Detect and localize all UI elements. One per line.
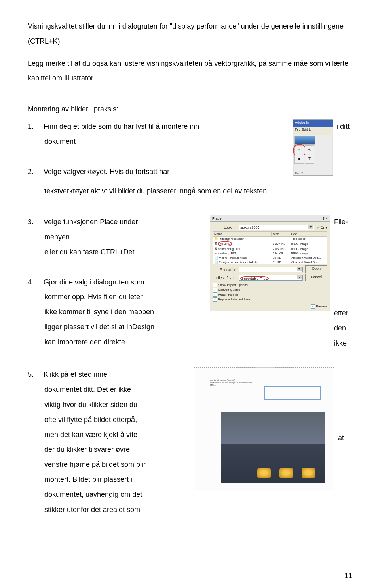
cb-replace-selected: Replace Selected Item bbox=[213, 297, 282, 302]
page-number: 11 bbox=[344, 572, 352, 580]
step-1-row: 1. Finn deg et bilde som du har lyst til… bbox=[28, 119, 352, 179]
col-name: Name bbox=[213, 232, 272, 237]
dialog-title: Place bbox=[212, 216, 222, 220]
step-4-text: Gjør dine valg i dialogruten som bbox=[44, 278, 144, 286]
file-list-table: Name Size Type 📁 indesignressurserFile F… bbox=[213, 231, 327, 264]
direct-select-icon: ↖ bbox=[305, 145, 314, 154]
filesof-label: Files of type: bbox=[213, 276, 236, 280]
step-3-4-row: 3. Velge funksjonen Place under menyen e… bbox=[28, 215, 352, 351]
step-5-l3: viktig hvor du klikker siden du bbox=[44, 397, 174, 412]
step-4-l2b: etter bbox=[334, 306, 352, 321]
step-5-l2: dokumentet ditt. Det er ikke bbox=[44, 382, 174, 397]
table-row: 📁 indesignressurserFile Folder bbox=[213, 237, 327, 241]
step-4-l4b: ikke bbox=[334, 336, 352, 351]
filename-label: File name: bbox=[213, 267, 236, 271]
step-5-l6: der du klikker tilsvarer øvre bbox=[44, 442, 174, 457]
step-1-line: 1. Finn deg et bilde som du har lyst til… bbox=[28, 119, 249, 134]
step-5-l4: ofte vil flytte på bildet etterpå, bbox=[44, 412, 174, 428]
col-size: Size bbox=[272, 232, 289, 237]
open-button: Open bbox=[305, 265, 327, 273]
nav-icons: ⇦ 🗀 ▾ bbox=[317, 225, 327, 229]
table-row: 📄 Prosjektskisse kurs infofeltet....81 K… bbox=[213, 260, 327, 264]
cb-show-import: Show Import Options bbox=[213, 283, 282, 287]
cb-convert-quotes: Convert Quotes bbox=[213, 288, 282, 292]
step-2-text: Velge valgverktøyet. Hvis du fortsatt ha… bbox=[44, 168, 169, 176]
step-5-l5b: at bbox=[338, 431, 352, 446]
step-4-line3a: ikke kommer til syne i den mappen bbox=[44, 305, 188, 320]
step-5-l8: montert. Bildet blir plassert i bbox=[44, 472, 174, 487]
cb-retain-format: Retain Format bbox=[213, 292, 282, 297]
step-4-line2a: kommer opp. Hvis filen du leter bbox=[44, 290, 188, 305]
step-3-indent-2: eller du kan taste CTRL+Det bbox=[44, 245, 188, 260]
step-2-num: 2. bbox=[28, 168, 34, 176]
toolbar-pen-hint: Pen T bbox=[293, 172, 333, 175]
step-5-num: 5. bbox=[28, 370, 34, 378]
table-row: 📄 Mal for moduler.doc36 KBMicrosoft Word… bbox=[213, 256, 327, 260]
step-4-line5: kan importere den direkte bbox=[44, 335, 188, 350]
step-5-line1: 5. Klikk på et sted inne i bbox=[28, 367, 174, 382]
step-5-l9: dokumentet, uavhengig om det bbox=[44, 487, 174, 502]
step-1-indent: dokument bbox=[44, 134, 249, 149]
toolbar-title: Adobe In bbox=[293, 120, 333, 127]
step-4-line4a: ligger plassert vil det si at InDesign bbox=[44, 320, 188, 335]
col-type: Type bbox=[289, 232, 327, 237]
section-title: Montering av bilder i praksis: bbox=[28, 102, 352, 117]
step-2-indent: tekstverktøyet aktivt vil bildet du plas… bbox=[44, 184, 352, 199]
dialog-close-icons: ? × bbox=[323, 216, 328, 220]
step-2-line: 2. Velge valgverktøyet. Hvis du fortsatt… bbox=[28, 164, 249, 179]
step-5-l7: venstre hjørne på bildet som blir bbox=[44, 457, 174, 472]
pen-tool-icon: ✒ bbox=[294, 155, 304, 164]
filesof-select: Importable Files bbox=[239, 275, 303, 281]
selection-tool-icon: ↖ bbox=[294, 145, 304, 154]
step-4-num: 4. bbox=[28, 278, 34, 286]
step-5-l10: stikker utenfor det arealet som bbox=[44, 502, 174, 517]
step-1-text-a: Finn deg et bilde som du har lyst til å … bbox=[44, 122, 199, 130]
step-5-row: 5. Klikk på et sted inne i dokumentet di… bbox=[28, 367, 352, 517]
table-row: 🖼 svaberg.JPG684 KBJPEG Image bbox=[213, 251, 327, 256]
type-tool-icon: T bbox=[305, 155, 314, 164]
note-paragraph: Legg merke til at du også kan justere vi… bbox=[28, 56, 352, 86]
lookin-select: siokurs2003 bbox=[239, 225, 314, 230]
step-3-text-c: File- bbox=[334, 215, 352, 230]
filename-input bbox=[239, 267, 303, 272]
toolbar-menubar: File Edit L bbox=[293, 127, 333, 135]
place-dialog-screenshot: Place ? × Look in: siokurs2003 ⇦ 🗀 ▾ Nam… bbox=[210, 215, 330, 311]
cancel-button: Cancel bbox=[305, 274, 327, 281]
step-5-text: Klikk på et sted inne i bbox=[44, 370, 111, 378]
step-4-l3b: den bbox=[334, 321, 352, 336]
step-4-line1: 4. Gjør dine valg i dialogruten som bbox=[28, 275, 188, 290]
step-3-num: 3. bbox=[28, 218, 34, 226]
lookin-label: Look in: bbox=[213, 225, 236, 229]
table-row: 🖼 sommerfugl.JPG2 069 KBJPEG Image bbox=[213, 247, 327, 251]
step-1-num: 1. bbox=[28, 122, 34, 130]
cb-preview: Preview bbox=[213, 304, 327, 309]
step-5-l5a: men det kan være kjekt å vite bbox=[44, 428, 174, 443]
table-row: 🖼 lys.JPG1 274 KBJPEG Image bbox=[213, 241, 327, 247]
intro-paragraph: Visningskvalitet stiller du inn i dialog… bbox=[28, 19, 352, 49]
step-3-indent-1: menyen bbox=[44, 230, 188, 245]
step-3-text: Velge funksjonen Place under bbox=[44, 218, 138, 226]
indesign-page-screenshot: montre på plassen "pele på"Du kan alltid… bbox=[194, 367, 334, 490]
toolbar-screenshot: Adobe In File Edit L ↖ ↖ ✒ T Pen T bbox=[293, 119, 333, 176]
step-3-line: 3. Velge funksjonen Place under bbox=[28, 215, 188, 230]
document-page: Visningskvalitet stiller du inn i dialog… bbox=[0, 0, 380, 588]
step-1-text-c: i ditt bbox=[336, 119, 352, 134]
